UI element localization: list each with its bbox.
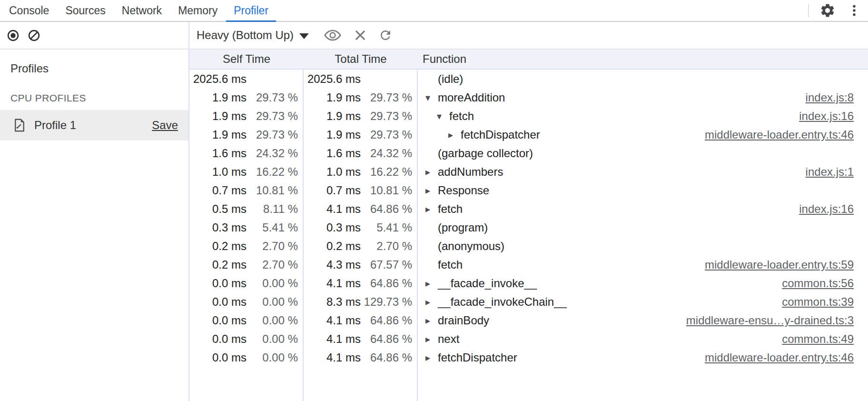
profile-list-item[interactable]: Profile 1 Save (0, 110, 188, 140)
function-cell: ▾ moreAddition index.js:8 (418, 91, 868, 104)
total-time-cell: 4.1 ms 64.86 % (304, 277, 418, 290)
total-time-cell: 2025.6 ms (304, 72, 418, 86)
source-link[interactable]: index.js:16 (789, 202, 854, 216)
total-time-cell: 0.3 ms 5.41 % (304, 221, 418, 234)
table-row[interactable]: 0.2 ms 2.70 % 4.3 ms 67.57 % fetch middl… (189, 255, 868, 274)
function-name: fetchDispatcher (438, 351, 517, 364)
tab-network[interactable]: Network (114, 0, 169, 21)
function-name: addNumbers (438, 165, 503, 179)
exclude-x-icon[interactable] (354, 29, 367, 42)
self-time-ms: 0.3 ms (189, 221, 247, 234)
clear-icon[interactable] (28, 29, 40, 42)
tree-arrow-icon[interactable]: ▸ (425, 353, 438, 362)
source-link[interactable]: middleware-loader.entry.ts:46 (695, 351, 854, 364)
tree-arrow-icon[interactable]: ▸ (425, 204, 438, 214)
table-row[interactable]: 1.9 ms 29.73 % 1.9 ms 29.73 % ▾ moreAddi… (189, 88, 868, 107)
function-cell: ▸ addNumbers index.js:1 (418, 165, 868, 179)
profiler-panel: Profiles CPU PROFILES Profile 1 Save (0, 22, 868, 401)
total-time-cell: 8.3 ms 129.73 % (304, 295, 418, 309)
table-row[interactable]: 0.0 ms 0.00 % 4.1 ms 64.86 % ▸ next comm… (189, 330, 868, 348)
tree-arrow-icon[interactable]: ▸ (425, 316, 438, 325)
self-time-ms: 0.7 ms (189, 184, 247, 197)
table-row[interactable]: 2025.6 ms 2025.6 ms (idle) (189, 70, 868, 88)
function-name: moreAddition (438, 91, 505, 104)
tree-arrow-icon[interactable]: ▾ (437, 111, 449, 121)
table-row[interactable]: 0.0 ms 0.00 % 4.1 ms 64.86 % ▸ __facade_… (189, 274, 868, 292)
total-time-cell: 1.9 ms 29.73 % (304, 110, 418, 123)
self-time-ms: 0.2 ms (189, 258, 247, 271)
function-cell: ▸ fetchDispatcher middleware-loader.entr… (418, 351, 868, 364)
source-link[interactable]: index.js:8 (796, 91, 854, 104)
tab-memory[interactable]: Memory (170, 0, 225, 21)
self-time-ms: 1.9 ms (189, 110, 247, 123)
source-link[interactable]: index.js:1 (796, 165, 854, 179)
table-row[interactable]: 0.0 ms 0.00 % 4.1 ms 64.86 % ▸ fetchDisp… (189, 348, 868, 367)
total-time-pct: 129.73 % (361, 295, 418, 309)
table-row[interactable]: 0.7 ms 10.81 % 0.7 ms 10.81 % ▸ Response (189, 181, 868, 200)
table-row[interactable]: 1.9 ms 29.73 % 1.9 ms 29.73 % ▾ fetch in… (189, 107, 868, 125)
tab-console[interactable]: Console (1, 0, 57, 21)
total-time-pct: 29.73 % (361, 128, 418, 141)
total-time-ms: 0.7 ms (304, 184, 361, 197)
tree-arrow-icon[interactable]: ▾ (425, 93, 438, 102)
tree-arrow-icon[interactable]: ▸ (425, 297, 438, 307)
kebab-menu-icon[interactable] (847, 3, 861, 18)
total-time-pct: 2.70 % (361, 240, 418, 253)
self-time-pct: 29.73 % (247, 110, 304, 123)
function-name: (program) (438, 221, 488, 234)
function-name: (garbage collector) (438, 147, 533, 160)
profiles-sidebar: Profiles CPU PROFILES Profile 1 Save (0, 50, 188, 401)
source-link[interactable]: middleware-loader.entry.ts:59 (695, 258, 854, 271)
cpu-profiles-section-label: CPU PROFILES (0, 92, 188, 104)
table-row[interactable]: 1.9 ms 29.73 % 1.9 ms 29.73 % ▸ fetchDis… (189, 125, 868, 144)
tab-profiler[interactable]: Profiler (226, 0, 276, 21)
self-time-cell: 0.7 ms 10.81 % (189, 184, 304, 197)
tree-arrow-icon[interactable]: ▸ (425, 167, 438, 177)
table-row[interactable]: 0.5 ms 8.11 % 4.1 ms 64.86 % ▸ fetch ind… (189, 200, 868, 218)
header-self-time[interactable]: Self Time (189, 50, 304, 69)
save-profile-link[interactable]: Save (152, 119, 178, 132)
table-row[interactable]: 0.0 ms 0.00 % 4.1 ms 64.86 % ▸ drainBody… (189, 311, 868, 330)
grid-body: 2025.6 ms 2025.6 ms (idle) 1.9 ms 29.73 … (189, 70, 868, 367)
self-time-ms: 1.0 ms (189, 165, 247, 179)
self-time-cell: 0.3 ms 5.41 % (189, 221, 304, 234)
source-link[interactable]: common.ts:39 (772, 295, 854, 309)
self-time-pct: 29.73 % (247, 91, 304, 104)
focus-eye-icon[interactable] (324, 30, 341, 41)
record-icon[interactable] (7, 29, 20, 42)
profile-name: Profile 1 (34, 119, 76, 132)
source-link[interactable]: middleware-ensu…y-drained.ts:3 (677, 314, 854, 327)
tree-arrow-icon[interactable]: ▸ (448, 130, 461, 140)
tree-arrow-icon[interactable]: ▸ (425, 186, 438, 195)
table-row[interactable]: 0.0 ms 0.00 % 8.3 ms 129.73 % ▸ __facade… (189, 292, 868, 311)
total-time-pct: 64.86 % (361, 202, 418, 216)
header-total-time[interactable]: Total Time (304, 50, 418, 69)
table-row[interactable]: 0.3 ms 5.41 % 0.3 ms 5.41 % (program) (189, 218, 868, 237)
source-link[interactable]: common.ts:56 (772, 277, 854, 290)
panel-tabbar: Console Sources Network Memory Profiler (0, 0, 868, 22)
view-mode-label: Heavy (Bottom Up) (197, 29, 294, 42)
total-time-cell: 1.0 ms 16.22 % (304, 165, 418, 179)
self-time-cell: 1.6 ms 24.32 % (189, 147, 304, 160)
total-time-ms: 4.1 ms (304, 351, 361, 364)
total-time-pct: 67.57 % (361, 258, 418, 271)
source-link[interactable]: index.js:16 (789, 110, 854, 123)
settings-gear-icon[interactable] (819, 2, 836, 19)
self-time-ms: 2025.6 ms (189, 72, 247, 86)
source-link[interactable]: middleware-loader.entry.ts:46 (695, 128, 854, 141)
view-mode-select[interactable]: Heavy (Bottom Up) (197, 29, 309, 42)
self-time-pct: 0.00 % (247, 351, 304, 364)
tree-arrow-icon[interactable]: ▸ (425, 279, 438, 288)
table-row[interactable]: 1.0 ms 16.22 % 1.0 ms 16.22 % ▸ addNumbe… (189, 162, 868, 181)
header-function[interactable]: Function (418, 50, 868, 69)
self-time-pct: 24.32 % (247, 147, 304, 160)
function-cell: (program) (418, 221, 868, 234)
table-row[interactable]: 1.6 ms 24.32 % 1.6 ms 24.32 % (garbage c… (189, 144, 868, 162)
source-link[interactable]: common.ts:49 (772, 332, 854, 346)
total-time-cell: 0.2 ms 2.70 % (304, 240, 418, 253)
table-row[interactable]: 0.2 ms 2.70 % 0.2 ms 2.70 % (anonymous) (189, 237, 868, 255)
sidebar-title: Profiles (0, 62, 188, 75)
tree-arrow-icon[interactable]: ▸ (425, 334, 438, 344)
restore-refresh-icon[interactable] (378, 28, 393, 42)
tab-sources[interactable]: Sources (58, 0, 113, 21)
